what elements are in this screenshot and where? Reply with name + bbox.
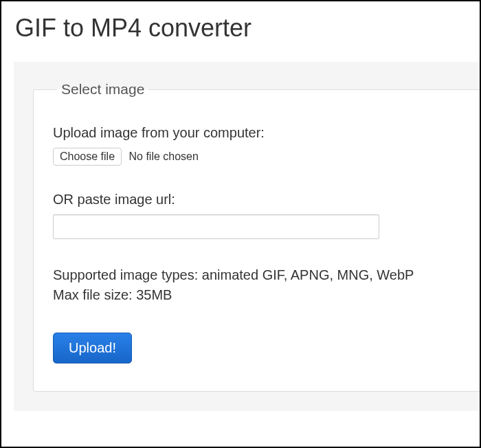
url-row: OR paste image url: — [53, 192, 460, 239]
upload-label: Upload image from your computer: — [53, 125, 460, 141]
max-size-text: Max file size: 35MB — [53, 285, 460, 305]
upload-button[interactable]: Upload! — [53, 333, 132, 363]
page-title: GIF to MP4 converter — [15, 14, 480, 43]
supported-types-text: Supported image types: animated GIF, APN… — [53, 265, 460, 285]
file-upload-row: Upload image from your computer: Choose … — [53, 125, 460, 166]
fieldset-legend: Select image — [57, 81, 148, 98]
file-picker[interactable]: Choose file No file chosen — [53, 148, 199, 166]
select-image-fieldset: Select image Upload image from your comp… — [33, 81, 480, 392]
url-label: OR paste image url: — [53, 192, 460, 208]
supported-info: Supported image types: animated GIF, APN… — [53, 265, 460, 305]
image-url-input[interactable] — [53, 214, 379, 239]
choose-file-button[interactable]: Choose file — [53, 148, 122, 166]
file-status-text: No file chosen — [129, 150, 199, 163]
upload-panel: Select image Upload image from your comp… — [14, 62, 480, 411]
